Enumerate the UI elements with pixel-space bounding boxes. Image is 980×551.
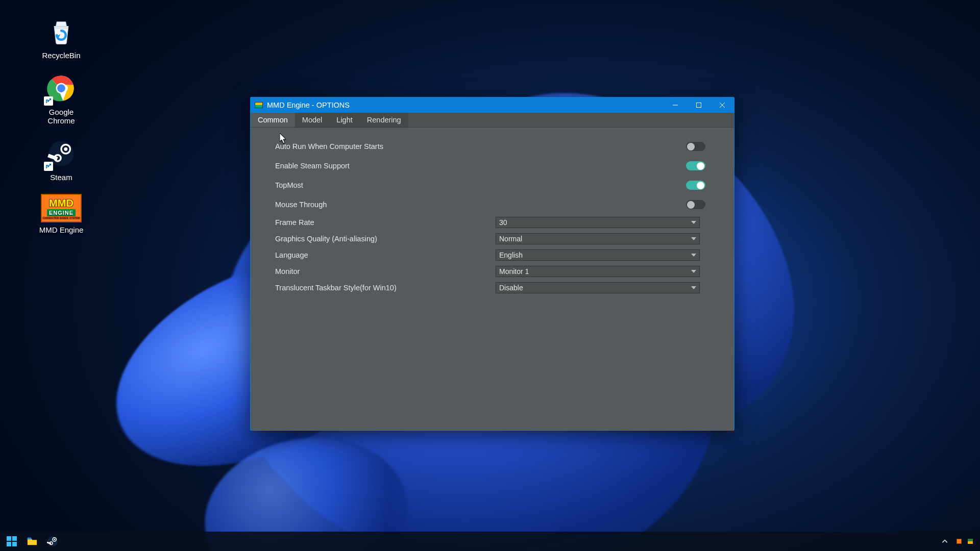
taskbar: [0, 532, 980, 551]
toggle-mouse-through[interactable]: [686, 200, 705, 209]
desktop-icon-mmd-engine[interactable]: MMD ENGINE CHARACTER DANCE SYSTEM MMD En…: [31, 194, 92, 234]
tab-label: Light: [336, 116, 352, 124]
tab-label: Rendering: [367, 116, 401, 124]
select-value: English: [499, 251, 523, 259]
close-button[interactable]: [710, 97, 734, 113]
setting-translucent-taskbar: Translucent Taskbar Style(for Win10) Dis…: [275, 280, 705, 296]
select-language[interactable]: English: [496, 249, 700, 261]
setting-label: Translucent Taskbar Style(for Win10): [275, 284, 496, 292]
tab-label: Model: [302, 116, 323, 124]
select-value: 30: [499, 218, 507, 227]
tray-indicator-icon[interactable]: [968, 539, 973, 544]
recycle-bin-icon: [45, 15, 78, 48]
svg-point-21: [47, 536, 58, 546]
setting-label: Graphics Quality (Anti-aliasing): [275, 235, 496, 243]
window-title: MMD Engine - OPTIONS: [267, 101, 350, 109]
desktop-icon-recycle-bin[interactable]: RecycleBin: [31, 15, 92, 60]
tab-rendering[interactable]: Rendering: [360, 113, 408, 127]
setting-topmost: TopMost: [275, 176, 705, 195]
setting-label: Monitor: [275, 267, 496, 276]
tray-chevron-up[interactable]: [939, 534, 950, 549]
tray-indicator-icon[interactable]: [957, 539, 962, 544]
minimize-button[interactable]: [664, 97, 687, 113]
select-value: Disable: [499, 284, 523, 292]
desktop-icon-label: RecycleBin: [42, 51, 80, 60]
taskbar-steam[interactable]: [45, 534, 60, 549]
maximize-button[interactable]: [687, 97, 710, 113]
svg-rect-18: [7, 542, 11, 546]
toggle-autorun[interactable]: [686, 142, 705, 151]
setting-mouse-through: Mouse Through: [275, 195, 705, 214]
options-window: MMD Engine - OPTIONS Common Model Light …: [250, 97, 734, 431]
steam-icon: [45, 137, 78, 170]
svg-rect-17: [12, 536, 17, 541]
svg-point-7: [64, 147, 67, 151]
titlebar[interactable]: MMD Engine - OPTIONS: [251, 97, 734, 113]
svg-rect-16: [7, 536, 11, 541]
select-translucent-taskbar[interactable]: Disable: [496, 282, 700, 293]
desktop-icon-label: Google Chrome: [47, 108, 75, 125]
svg-point-23: [54, 539, 55, 540]
desktop-icon-chrome[interactable]: Google Chrome: [31, 72, 92, 125]
shortcut-overlay-icon: [44, 162, 53, 171]
select-monitor[interactable]: Monitor 1: [496, 266, 700, 277]
app-icon: [255, 102, 263, 108]
setting-label: Auto Run When Computer Starts: [275, 142, 496, 151]
svg-rect-20: [28, 538, 31, 540]
system-tray: [939, 534, 976, 549]
mmd-engine-icon: MMD ENGINE CHARACTER DANCE SYSTEM: [41, 194, 82, 222]
desktop-icon-label: MMD Engine: [39, 226, 84, 234]
setting-autorun: Auto Run When Computer Starts: [275, 137, 705, 156]
desktop-icon-label: Steam: [50, 173, 72, 182]
taskbar-file-explorer[interactable]: [24, 534, 40, 549]
shortcut-overlay-icon: [44, 96, 53, 106]
tab-content-common: Auto Run When Computer Starts Enable Ste…: [251, 128, 734, 430]
setting-label: TopMost: [275, 181, 496, 189]
svg-point-3: [57, 84, 65, 92]
select-frame-rate[interactable]: 30: [496, 217, 700, 228]
toggle-topmost[interactable]: [686, 181, 705, 190]
setting-monitor: Monitor Monitor 1: [275, 263, 705, 280]
setting-label: Enable Steam Support: [275, 162, 496, 170]
setting-label: Language: [275, 251, 496, 259]
tab-light[interactable]: Light: [329, 113, 359, 127]
setting-label: Mouse Through: [275, 201, 496, 209]
select-value: Monitor 1: [499, 267, 529, 276]
svg-rect-19: [12, 542, 17, 546]
start-button[interactable]: [4, 534, 19, 549]
select-value: Normal: [499, 235, 522, 243]
setting-graphics-quality: Graphics Quality (Anti-aliasing) Normal: [275, 231, 705, 247]
toggle-steam-support[interactable]: [686, 161, 705, 170]
setting-frame-rate: Frame Rate 30: [275, 214, 705, 231]
setting-steam-support: Enable Steam Support: [275, 156, 705, 176]
chrome-icon: [45, 72, 78, 105]
setting-language: Language English: [275, 247, 705, 263]
tab-label: Common: [258, 116, 288, 124]
tab-model[interactable]: Model: [295, 113, 330, 127]
tab-bar: Common Model Light Rendering: [251, 113, 734, 128]
setting-label: Frame Rate: [275, 218, 496, 227]
tab-common[interactable]: Common: [251, 113, 295, 127]
svg-rect-12: [697, 103, 701, 108]
select-graphics-quality[interactable]: Normal: [496, 233, 700, 244]
desktop-icon-steam[interactable]: Steam: [31, 137, 92, 182]
